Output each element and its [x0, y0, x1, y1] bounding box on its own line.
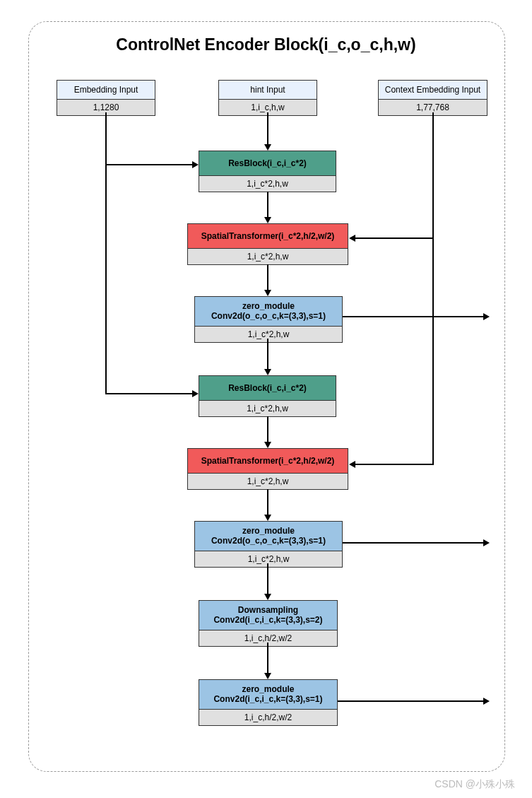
- arrow-line: [267, 563, 268, 594]
- arrowhead-icon: [192, 390, 199, 397]
- zero-module-1-shape: 1,i_c*2,h,w: [195, 327, 342, 342]
- arrow-line: [105, 393, 193, 394]
- arrowhead-icon: [264, 369, 271, 375]
- arrowhead-icon: [264, 673, 271, 679]
- arrow-line: [432, 112, 434, 465]
- spatial-transformer-2-shape: 1,i_c*2,h,w: [188, 474, 348, 489]
- resblock-1-shape: 1,i_c*2,h,w: [199, 176, 336, 192]
- arrow-line: [355, 237, 434, 239]
- arrowhead-icon: [192, 161, 199, 168]
- arrowhead-icon: [264, 442, 271, 448]
- resblock-2-shape: 1,i_c*2,h,w: [199, 401, 336, 416]
- downsampling: Downsampling Conv2d(i_c,i_c,k=(3,3),s=2)…: [199, 600, 338, 647]
- zero-module-3-shape: 1,i_c,h/2,w/2: [199, 710, 337, 725]
- arrowhead-icon: [483, 698, 490, 705]
- hint-input-label: hint Input: [219, 81, 317, 100]
- arrow-line: [105, 164, 193, 165]
- spatial-transformer-1-shape: 1,i_c*2,h,w: [188, 249, 348, 264]
- diagram-title: ControlNet Encoder Block(i_c,o_c,h,w): [0, 35, 532, 54]
- arrowhead-icon: [349, 235, 355, 242]
- spatial-transformer-1-label: SpatialTransformer(i_c*2,h/2,w/2): [188, 224, 348, 249]
- arrowhead-icon: [264, 144, 271, 151]
- arrow-line: [267, 642, 268, 674]
- arrow-line: [343, 316, 484, 317]
- downsampling-label: Downsampling Conv2d(i_c,i_c,k=(3,3),s=2): [199, 601, 337, 630]
- arrowhead-icon: [264, 515, 271, 521]
- arrow-line: [267, 489, 268, 515]
- arrowhead-icon: [483, 539, 490, 546]
- resblock-2: ResBlock(i_c,i_c*2) 1,i_c*2,h,w: [199, 375, 336, 417]
- spatial-transformer-2-label: SpatialTransformer(i_c*2,h/2,w/2): [188, 449, 348, 474]
- zero-module-3: zero_module Conv2d(i_c,i_c,k=(3,3),s=1) …: [199, 679, 338, 726]
- arrowhead-icon: [264, 217, 271, 223]
- arrow-line: [267, 264, 268, 291]
- context-input-label: Context Embedding Input: [379, 81, 487, 100]
- resblock-1-label: ResBlock(i_c,i_c*2): [199, 151, 336, 176]
- zero-module-3-label: zero_module Conv2d(i_c,i_c,k=(3,3),s=1): [199, 680, 337, 710]
- arrow-line: [355, 464, 434, 465]
- arrowhead-icon: [264, 290, 271, 296]
- spatial-transformer-2: SpatialTransformer(i_c*2,h/2,w/2) 1,i_c*…: [187, 448, 348, 490]
- zero-module-2-shape: 1,i_c*2,h,w: [195, 551, 342, 567]
- zero-module-1-label: zero_module Conv2d(o_c,o_c,k=(3,3),s=1): [195, 297, 342, 327]
- arrow-line: [343, 542, 484, 544]
- zero-module-2: zero_module Conv2d(o_c,o_c,k=(3,3),s=1) …: [194, 521, 343, 568]
- spatial-transformer-1: SpatialTransformer(i_c*2,h/2,w/2) 1,i_c*…: [187, 223, 348, 265]
- context-input-block: Context Embedding Input 1,77,768: [378, 80, 487, 116]
- arrowhead-icon: [349, 461, 355, 468]
- arrow-line: [267, 416, 268, 442]
- arrow-line: [267, 112, 268, 145]
- zero-module-1: zero_module Conv2d(o_c,o_c,k=(3,3),s=1) …: [194, 296, 343, 343]
- embedding-input-block: Embedding Input 1,1280: [57, 80, 155, 116]
- arrow-line: [267, 339, 268, 370]
- arrow-line: [105, 112, 107, 394]
- arrow-line: [338, 700, 484, 702]
- zero-module-2-label: zero_module Conv2d(o_c,o_c,k=(3,3),s=1): [195, 522, 342, 551]
- resblock-1: ResBlock(i_c,i_c*2) 1,i_c*2,h,w: [199, 151, 336, 192]
- arrowhead-icon: [264, 594, 271, 600]
- hint-input-block: hint Input 1,i_c,h,w: [218, 80, 317, 116]
- arrow-line: [267, 192, 268, 218]
- embedding-input-label: Embedding Input: [57, 81, 155, 100]
- watermark: CSDN @小殊小殊: [435, 778, 515, 791]
- resblock-2-label: ResBlock(i_c,i_c*2): [199, 376, 336, 401]
- arrowhead-icon: [483, 313, 490, 320]
